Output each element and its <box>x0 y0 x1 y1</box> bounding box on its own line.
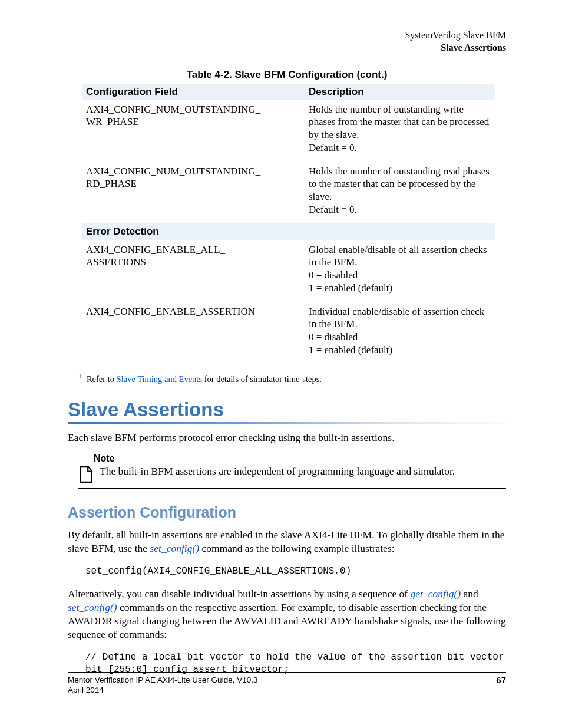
config-field: AXI4_CONFIG_ENABLE_ASSERTION <box>82 302 305 364</box>
get-config-link[interactable]: get_config() <box>411 588 461 599</box>
config-field: AXI4_CONFIG_NUM_OUTSTANDING_ RD_PHASE <box>82 162 305 223</box>
header-line-2: Slave Assertions <box>68 42 506 54</box>
note-rule <box>117 460 506 460</box>
running-header: SystemVerilog Slave BFM Slave Assertions <box>68 29 506 58</box>
body-paragraph: By default, all built-in assertions are … <box>68 528 506 555</box>
header-line-1: SystemVerilog Slave BFM <box>68 29 506 42</box>
table-section-header: Error Detection <box>82 223 495 240</box>
table-header-field: Configuration Field <box>82 84 305 100</box>
note-label: Note <box>91 454 117 463</box>
p3-part-b: and <box>461 588 478 599</box>
footnote-link[interactable]: Slave Timing and Events <box>117 374 202 383</box>
config-desc: Holds the number of outstanding write ph… <box>305 100 495 162</box>
table-footnote: 1. Refer to Slave Timing and Events for … <box>78 372 506 385</box>
config-table: Configuration Field Description AXI4_CON… <box>82 84 495 364</box>
table-header-desc: Description <box>305 84 495 100</box>
footer-date: April 2014 <box>68 685 257 696</box>
footnote-post: for details of simulator time-steps. <box>202 374 322 383</box>
footnote-number: 1. <box>78 373 83 380</box>
note-rule <box>78 460 91 460</box>
table-row: AXI4_CONFIG_NUM_OUTSTANDING_ WR_PHASE Ho… <box>82 100 495 162</box>
page-number: 67 <box>496 675 506 685</box>
p3-part-a: Alternatively, you can disable individua… <box>68 588 411 599</box>
section-heading: Slave Assertions <box>68 398 506 421</box>
config-desc: Global enable/disable of all assertion c… <box>305 240 495 302</box>
config-field: AXI4_CONFIG_NUM_OUTSTANDING_ WR_PHASE <box>82 100 305 162</box>
subsection-heading: Assertion Configuration <box>68 504 506 521</box>
note-rule <box>78 488 506 489</box>
set-config-link[interactable]: set_config() <box>150 542 200 554</box>
body-paragraph: Alternatively, you can disable individua… <box>68 587 506 641</box>
note-text: The built-in BFM assertions are independ… <box>100 465 506 478</box>
note-block: Note The built-in BFM assertions are ind… <box>78 454 506 489</box>
footer-doc-title: Mentor Verification IP AE AXI4-Lite User… <box>68 675 257 686</box>
table-row: AXI4_CONFIG_ENABLE_ASSERTION Individual … <box>82 302 495 364</box>
set-config-link[interactable]: set_config() <box>68 601 117 613</box>
p2-part-b: command as the following example illustr… <box>199 542 394 554</box>
config-desc: Individual enable/disable of assertion c… <box>305 302 495 364</box>
table-row: AXI4_CONFIG_ENABLE_ALL_ ASSERTIONS Globa… <box>82 240 495 302</box>
note-icon <box>78 466 94 483</box>
footnote-pre: Refer to <box>84 374 116 383</box>
table-caption: Table 4-2. Slave BFM Configuration (cont… <box>68 69 506 81</box>
heading-rule <box>68 422 506 424</box>
page-footer: Mentor Verification IP AE AXI4-Lite User… <box>68 672 506 696</box>
config-field: AXI4_CONFIG_ENABLE_ALL_ ASSERTIONS <box>82 240 305 302</box>
table-row: AXI4_CONFIG_NUM_OUTSTANDING_ RD_PHASE Ho… <box>82 162 495 223</box>
code-block: set_config(AXI4_CONFIG_ENABLE_ALL_ASSERT… <box>85 565 506 578</box>
config-desc: Holds the number of outstanding read pha… <box>305 162 495 223</box>
intro-paragraph: Each slave BFM performs protocol error c… <box>68 431 506 444</box>
p3-part-c: commands on the respective assertion. Fo… <box>68 601 506 640</box>
